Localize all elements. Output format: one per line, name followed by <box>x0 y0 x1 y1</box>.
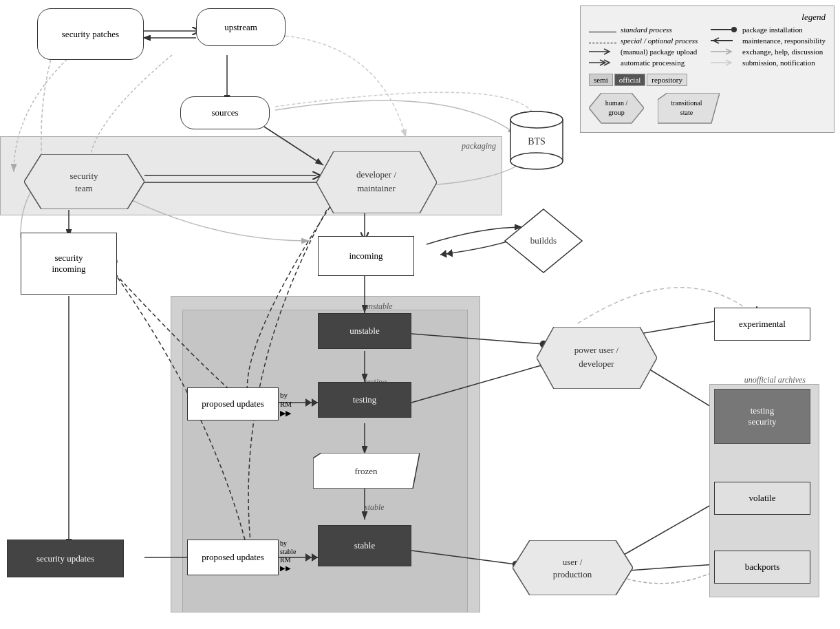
experimental-node: experimental <box>714 308 810 341</box>
svg-text:developer: developer <box>579 359 614 369</box>
proposed-updates-testing-node: proposed updates <box>187 387 279 420</box>
svg-text:human /: human / <box>605 99 628 107</box>
legend-row-dashed: special / optional process <box>589 36 704 45</box>
shape-legend-row: human / group transitional state <box>589 93 826 127</box>
legend-maint-label: maintenance, responsibility <box>742 36 826 45</box>
legend-exchange-label: exchange, help, discussion <box>742 47 823 56</box>
svg-text:power user /: power user / <box>574 345 619 355</box>
dashed-line-icon <box>589 43 616 43</box>
unstable-node: unstable <box>318 313 411 349</box>
legend-row-arrow: (manual) package upload <box>589 47 704 56</box>
legend-standard-label: standard process <box>621 25 672 34</box>
upstream-to-dev-gray <box>258 34 406 138</box>
legend-right: package installation maintenance, respon… <box>711 25 826 67</box>
svg-text:transitional: transitional <box>671 99 702 107</box>
svg-text:state: state <box>680 109 693 116</box>
legend-title: legend <box>589 12 826 23</box>
sources-to-bts <box>275 100 516 134</box>
arrow-line-icon <box>589 47 616 56</box>
svg-marker-38 <box>658 93 720 123</box>
by-stable-rm-label: by stable RM ▶▶ <box>280 540 296 573</box>
security-patches-node: security patches <box>37 8 144 60</box>
svg-text:team: team <box>75 183 92 193</box>
security-updates-node: security updates <box>7 540 124 577</box>
svg-text:maintainer: maintainer <box>357 183 396 193</box>
svg-text:developer /: developer / <box>356 169 397 180</box>
repo-shapes-row: semi official repository <box>589 74 826 86</box>
legend-special-label: special / optional process <box>621 36 698 45</box>
legend-row-double-arrow: automatic processing <box>589 58 704 67</box>
by-rm-label: by RM ▶▶ <box>280 391 292 418</box>
svg-marker-12 <box>24 154 144 209</box>
backports-node: backports <box>714 551 810 584</box>
svg-marker-25 <box>513 540 633 595</box>
repo-official: official <box>614 74 646 86</box>
testing-node: testing <box>318 382 411 418</box>
buildds-node: buildds <box>502 206 585 278</box>
legend-row-pkg: package installation <box>711 25 826 34</box>
bts-node: BTS <box>509 110 564 172</box>
packaging-label: packaging <box>462 141 496 151</box>
security-incoming-node: security incoming <box>21 233 117 295</box>
legend-row-exchange: exchange, help, discussion <box>711 47 826 56</box>
legend-row-submission: submission, notification <box>711 58 826 67</box>
svg-text:user /: user / <box>563 557 583 567</box>
maint-icon <box>711 36 738 45</box>
svg-text:frozen: frozen <box>354 466 378 476</box>
user-production-node: user / production <box>513 540 633 595</box>
developer-maintainer-node: developer / maintainer <box>316 151 437 213</box>
sources-node: sources <box>180 96 270 129</box>
legend-auto-label: automatic processing <box>621 58 685 67</box>
submission-icon <box>711 58 738 67</box>
repo-repository: repository <box>647 74 687 86</box>
legend-row-maint: maintenance, responsibility <box>711 36 826 45</box>
human-group-shape: human / group <box>589 93 644 127</box>
exchange-icon <box>711 47 738 56</box>
legend-pkg-label: package installation <box>742 25 803 34</box>
legend-row-solid: standard process <box>589 25 704 34</box>
svg-marker-22 <box>537 327 657 389</box>
frozen-node: frozen <box>313 453 420 489</box>
svg-marker-35 <box>589 93 644 123</box>
svg-text:production: production <box>553 569 592 579</box>
incoming-node: incoming <box>318 236 414 276</box>
stable-node: stable <box>318 525 411 566</box>
power-user-developer-node: power user / developer <box>537 327 657 389</box>
pkg-install-icon <box>711 25 738 34</box>
upstream-node: upstream <box>196 8 286 46</box>
security-team-node: security team <box>24 154 144 209</box>
svg-text:security: security <box>69 171 98 181</box>
legend-manual-label: (manual) package upload <box>621 47 697 56</box>
svg-text:buildds: buildds <box>530 235 557 246</box>
legend-box: legend standard process special / option… <box>580 6 834 133</box>
double-arrow-icon <box>589 58 616 67</box>
svg-point-31 <box>731 27 737 32</box>
svg-text:group: group <box>608 109 624 116</box>
svg-point-9 <box>510 153 563 169</box>
unstable-label: unstable <box>365 301 393 312</box>
svg-text:BTS: BTS <box>528 136 546 147</box>
stable-label: stable <box>365 502 385 513</box>
legend-submission-label: submission, notification <box>742 58 815 67</box>
svg-marker-15 <box>316 151 437 213</box>
transitional-state-shape: transitional state <box>658 93 720 127</box>
proposed-updates-stable-node: proposed updates <box>187 540 279 575</box>
testing-security-node: testing security <box>714 389 810 444</box>
user-to-volatile <box>619 502 715 557</box>
solid-line-icon <box>589 32 616 32</box>
repo-semi: semi <box>589 74 613 86</box>
legend-grid: standard process special / optional proc… <box>589 25 826 67</box>
svg-point-10 <box>510 111 563 128</box>
volatile-node: volatile <box>714 482 810 515</box>
gray-light-curve <box>275 92 537 131</box>
legend-left: standard process special / optional proc… <box>589 25 704 67</box>
user-to-backports <box>619 564 715 571</box>
